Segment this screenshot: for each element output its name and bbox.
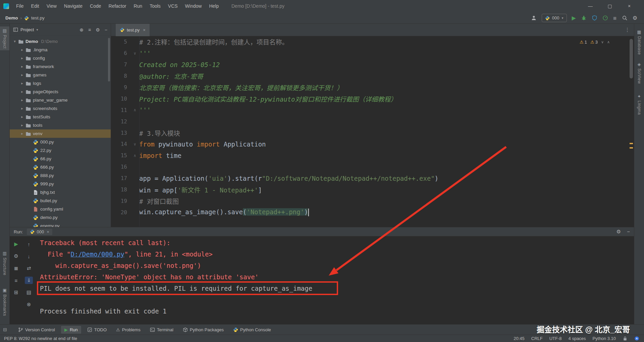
tree-item-pageobjects[interactable]: ▸pageObjects bbox=[10, 88, 111, 96]
code-editor[interactable]: 5# 2.注释：包括记录创建时间，创建人，项目名称。6∨'''7Created … bbox=[111, 36, 634, 227]
menu-item-tools[interactable]: Tools bbox=[146, 0, 164, 12]
fold-marker-icon[interactable]: ∧ bbox=[130, 108, 139, 112]
editor-line-7[interactable]: 7Created on 2025-05-12 bbox=[111, 59, 634, 70]
hide-panel-button[interactable]: − bbox=[105, 27, 107, 33]
toolwindow-button-python-console[interactable]: Python Console bbox=[230, 326, 274, 334]
tree-item-tools[interactable]: ▸tools bbox=[10, 121, 111, 129]
tree-item-config-yaml[interactable]: config.yaml bbox=[10, 205, 111, 213]
status-item-4-spaces[interactable]: 4 spaces bbox=[569, 336, 586, 341]
stripe-button-database[interactable]: ▦Database bbox=[634, 28, 644, 56]
toolwindow-button-problems[interactable]: ⚠Problems bbox=[113, 326, 144, 334]
tree-item-666-py[interactable]: 666.py bbox=[10, 163, 111, 171]
inspection-warning-count[interactable]: ⚠3 bbox=[590, 40, 598, 45]
warning-stripe-mark[interactable] bbox=[630, 143, 633, 144]
toolwindow-button-python-packages[interactable]: Python Packages bbox=[179, 326, 227, 334]
more-tabs-icon[interactable]: ⋮ bbox=[625, 27, 634, 33]
locate-button[interactable]: ⊕ bbox=[79, 27, 84, 33]
menu-item-view[interactable]: View bbox=[43, 0, 60, 12]
editor-line-6[interactable]: 6∨''' bbox=[111, 48, 634, 59]
breadcrumb-project[interactable]: Demo bbox=[5, 15, 18, 20]
toolwindow-button-run[interactable]: ▶Run bbox=[61, 326, 81, 334]
editor-line-19[interactable]: 19# 对窗口截图 bbox=[111, 195, 634, 207]
stop-button[interactable]: ◼ bbox=[613, 16, 617, 20]
lock-icon[interactable] bbox=[623, 336, 628, 341]
menu-item-run[interactable]: Run bbox=[130, 0, 146, 12]
pin-tab-button[interactable]: ⊞ bbox=[12, 289, 20, 296]
tree-item-plane-war-game[interactable]: ▸plane_war_game bbox=[10, 96, 111, 104]
tree-item-999-py[interactable]: 999.py bbox=[10, 180, 111, 188]
fold-marker-icon[interactable]: ∨ bbox=[130, 51, 139, 56]
minimize-button[interactable]: — bbox=[587, 0, 594, 12]
tree-item-bjhg-txt[interactable]: bjhg.txt bbox=[10, 188, 111, 196]
chevron-right-icon[interactable]: ▸ bbox=[19, 48, 25, 52]
rerun-button[interactable]: ▶ bbox=[12, 240, 20, 248]
prev-stacktrace-button[interactable]: ↑ bbox=[25, 240, 33, 248]
run-tab-000[interactable]: 000 × bbox=[27, 229, 52, 235]
tree-item-bullet-py[interactable]: bullet.py bbox=[10, 196, 111, 205]
run-button[interactable]: ▶ bbox=[572, 15, 576, 21]
tree-item-demo[interactable]: ▾DemoD:\Demo bbox=[10, 37, 111, 46]
chevron-right-icon[interactable]: ▸ bbox=[19, 81, 25, 86]
status-item-20-45[interactable]: 20:45 bbox=[514, 336, 525, 341]
toolwindow-button-terminal[interactable]: Terminal bbox=[147, 326, 177, 334]
chevron-down-icon[interactable]: ∨ bbox=[601, 40, 604, 44]
stripe-button-project[interactable]: ▤Project bbox=[0, 26, 9, 50]
status-item-utf-8[interactable]: UTF-8 bbox=[549, 336, 562, 341]
profiler-button[interactable] bbox=[602, 15, 608, 21]
inspection-warning-count[interactable]: ⚠1 bbox=[580, 40, 587, 45]
close-tab-icon[interactable]: × bbox=[143, 27, 146, 33]
status-item-python-3-10[interactable]: Python 3.10 bbox=[593, 336, 616, 341]
chevron-right-icon[interactable]: ▸ bbox=[19, 106, 25, 111]
chevron-right-icon[interactable]: ▸ bbox=[19, 56, 25, 60]
tree-item-66-py[interactable]: 66.py bbox=[10, 155, 111, 163]
maximize-button[interactable]: ▢ bbox=[606, 0, 613, 12]
stacktrace-link[interactable]: D:/Demo/000.py bbox=[71, 250, 124, 258]
coverage-button[interactable] bbox=[592, 15, 597, 21]
chevron-down-icon[interactable]: ▾ bbox=[36, 28, 38, 32]
menu-item-vcs[interactable]: VCS bbox=[164, 0, 181, 12]
chevron-right-icon[interactable]: ▸ bbox=[19, 90, 25, 94]
menu-item-refactor[interactable]: Refactor bbox=[105, 0, 130, 12]
toolwindow-button-version-control[interactable]: Version Control bbox=[15, 326, 58, 334]
panel-settings-button[interactable]: ⚙ bbox=[96, 27, 100, 33]
editor-line-10[interactable]: 10Project: PC端自动化测试实战教程-12-pywinauto对窗口和… bbox=[111, 93, 634, 104]
code-with-me-icon[interactable] bbox=[531, 15, 537, 21]
tree-item-demo-py[interactable]: demo.py bbox=[10, 213, 111, 222]
stripe-button-sciview[interactable]: ◈SciView bbox=[634, 60, 644, 86]
menu-item-code[interactable]: Code bbox=[86, 0, 105, 12]
fold-marker-icon[interactable]: ∨ bbox=[130, 142, 139, 147]
tree-item--lingma[interactable]: ▸.lingma bbox=[10, 46, 111, 54]
close-button[interactable]: × bbox=[626, 0, 633, 12]
chevron-down-icon[interactable]: ▾ bbox=[12, 39, 18, 44]
tree-item-games[interactable]: ▸games bbox=[10, 71, 111, 79]
editor-line-8[interactable]: 8@author: 北京-宏哥 bbox=[111, 70, 634, 82]
status-item-crlf[interactable]: CRLF bbox=[531, 336, 543, 341]
run-menu-button[interactable]: ≡ bbox=[12, 277, 20, 284]
editor-line-18[interactable]: 18win = app['新文件 1 - Notepad++'] bbox=[111, 184, 634, 195]
editor-line-11[interactable]: 11∧''' bbox=[111, 104, 634, 116]
breadcrumb-file[interactable]: test.py bbox=[31, 15, 45, 20]
stop-button[interactable]: ◼ bbox=[12, 265, 20, 272]
tree-item-22-py[interactable]: 22.py bbox=[10, 146, 111, 155]
tree-item-screenshots[interactable]: ▸screenshots bbox=[10, 104, 111, 113]
tree-item-logs[interactable]: ▸logs bbox=[10, 79, 111, 88]
tree-item-enemy-py[interactable]: enemy.py bbox=[10, 222, 111, 227]
tool-window-switcher-icon[interactable]: ⊟ bbox=[0, 327, 10, 332]
run-configuration-select[interactable]: 000 ▾ bbox=[542, 14, 567, 22]
run-settings-gear-button[interactable]: ⚙ bbox=[616, 229, 621, 235]
editor-tab-test-py[interactable]: test.py × bbox=[116, 24, 150, 36]
fold-marker-icon[interactable]: ∧ bbox=[130, 153, 139, 158]
debug-button[interactable] bbox=[581, 15, 587, 21]
menu-item-edit[interactable]: Edit bbox=[28, 0, 43, 12]
search-everywhere-button[interactable] bbox=[622, 15, 628, 21]
project-scrollbar[interactable] bbox=[108, 38, 110, 81]
menu-item-help[interactable]: Help bbox=[205, 0, 222, 12]
assistant-icon[interactable] bbox=[634, 336, 639, 341]
run-console[interactable]: Traceback (most recent call last): File … bbox=[35, 236, 634, 324]
stripe-button-lingma[interactable]: ✦Lingma bbox=[634, 92, 644, 116]
close-tab-icon[interactable]: × bbox=[47, 229, 49, 234]
editor-line-9[interactable]: 9北京宏哥（微信搜索：北京宏哥，关注宏哥，提前解锁更多测试干货！） bbox=[111, 82, 634, 93]
chevron-right-icon[interactable]: ▸ bbox=[19, 64, 25, 69]
tree-item-testsuits[interactable]: ▸testSuits bbox=[10, 113, 111, 121]
tree-item-config[interactable]: ▸config bbox=[10, 54, 111, 62]
